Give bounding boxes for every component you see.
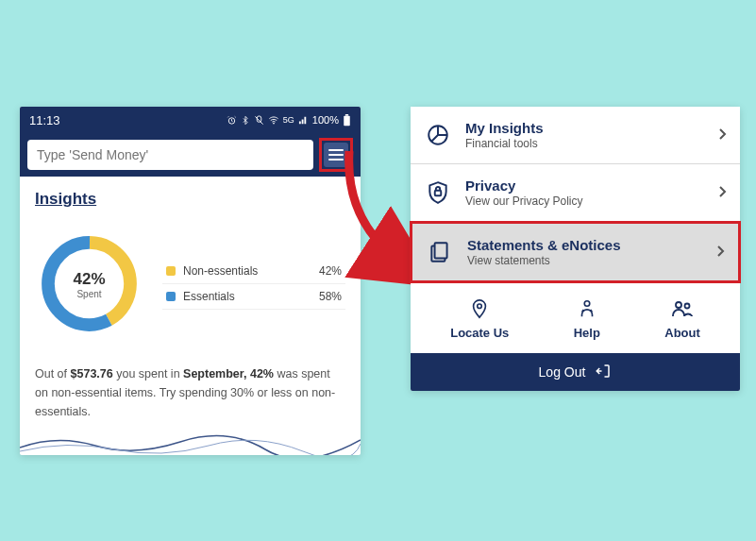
hamburger-menu-button[interactable]	[324, 143, 348, 167]
logout-icon	[595, 363, 612, 382]
documents-icon	[426, 238, 454, 266]
legend-value: 58%	[319, 290, 342, 303]
battery-percent: 100%	[312, 114, 339, 126]
pie-chart-icon	[424, 121, 452, 149]
people-icon	[671, 297, 694, 320]
menu-subtitle: Financial tools	[465, 137, 704, 150]
insight-summary-text: Out of $573.76 you spent in September, 4…	[35, 364, 345, 421]
svg-point-13	[685, 304, 690, 309]
quick-label: Locate Us	[450, 326, 509, 340]
svg-rect-3	[344, 115, 350, 126]
donut-label: Spent	[73, 288, 105, 298]
signal-icon	[298, 115, 309, 126]
legend-row: Non-essentials 42%	[162, 259, 345, 284]
svg-point-12	[676, 302, 681, 308]
menu-title: My Insights	[465, 120, 704, 136]
menu-subtitle: View statements	[467, 254, 702, 267]
legend-label: Essentials	[183, 290, 235, 303]
help-person-icon	[576, 297, 598, 320]
nav-bar	[20, 133, 361, 177]
location-pin-icon	[468, 297, 491, 320]
chevron-right-icon	[717, 127, 727, 144]
logout-button[interactable]: Log Out	[411, 353, 740, 391]
svg-line-1	[255, 116, 262, 124]
quick-label: About	[664, 326, 700, 340]
svg-point-2	[273, 123, 274, 124]
mute-icon	[254, 115, 264, 126]
insights-heading[interactable]: Insights	[35, 190, 345, 209]
network-type: 5G	[283, 115, 294, 125]
alarm-icon	[227, 115, 237, 126]
svg-rect-9	[435, 243, 447, 258]
spending-chart-row: 42% Spent Non-essentials 42% Essentials	[35, 229, 345, 338]
chart-legend: Non-essentials 42% Essentials 58%	[162, 259, 345, 310]
bluetooth-icon	[241, 115, 250, 126]
search-input[interactable]	[27, 140, 313, 170]
legend-row: Essentials 58%	[162, 284, 345, 310]
spending-donut-chart: 42% Spent	[35, 229, 143, 338]
logout-label: Log Out	[539, 364, 586, 380]
chevron-right-icon	[717, 185, 727, 201]
quick-help[interactable]: Help	[574, 297, 600, 340]
quick-locate-us[interactable]: Locate Us	[450, 297, 509, 340]
battery-icon	[343, 114, 351, 127]
quick-about[interactable]: About	[664, 297, 700, 340]
wave-decoration	[20, 431, 361, 455]
hamburger-highlight	[319, 138, 353, 172]
menu-title: Statements & eNotices	[467, 237, 702, 253]
legend-swatch	[166, 292, 176, 301]
menu-item-my-insights[interactable]: My Insights Financial tools	[411, 107, 740, 164]
status-bar: 11:13 5G 100%	[20, 107, 361, 133]
legend-value: 42%	[319, 264, 342, 278]
wifi-icon	[268, 115, 279, 126]
status-time: 11:13	[29, 113, 60, 127]
menu-item-privacy[interactable]: Privacy View our Privacy Policy	[411, 164, 740, 222]
legend-swatch	[166, 266, 176, 276]
quick-actions-row: Locate Us Help About	[411, 282, 740, 353]
svg-rect-4	[345, 114, 348, 116]
donut-percent: 42%	[73, 269, 105, 288]
quick-label: Help	[574, 326, 600, 340]
chevron-right-icon	[715, 245, 725, 261]
legend-label: Non-essentials	[183, 264, 258, 278]
svg-rect-8	[435, 191, 442, 195]
insights-phone-screenshot: 11:13 5G 100%	[20, 107, 361, 455]
menu-panel: My Insights Financial tools Privacy View…	[411, 107, 740, 391]
svg-point-10	[478, 304, 482, 309]
svg-point-11	[584, 301, 590, 307]
menu-title: Privacy	[465, 178, 704, 194]
shield-lock-icon	[424, 178, 452, 207]
menu-subtitle: View our Privacy Policy	[465, 194, 704, 208]
menu-item-statements-highlight[interactable]: Statements & eNotices View statements	[410, 221, 741, 283]
